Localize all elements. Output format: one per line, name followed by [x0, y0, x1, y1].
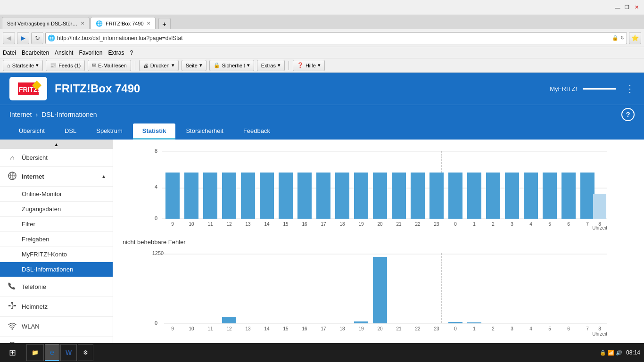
svg-rect-39: [354, 173, 368, 219]
breadcrumb-parent-link[interactable]: Internet: [9, 111, 32, 118]
toolbar-bar: ⌂ Startseite ▾ 📰 Feeds (1) ✉ E-Mail lese…: [0, 58, 644, 73]
svg-rect-51: [580, 173, 594, 219]
start-button[interactable]: ⊞: [4, 344, 21, 361]
sidebar-item-dsl-informationen-label: DSL-Informationen: [22, 266, 73, 273]
svg-rect-86: [467, 322, 481, 323]
startseite-chevron: ▾: [36, 62, 39, 68]
minimize-button[interactable]: —: [614, 4, 621, 11]
tab-spektrum[interactable]: Spektrum: [87, 123, 132, 140]
breadcrumb-items: Internet › DSL-Informationen: [9, 111, 97, 118]
svg-text:18: 18: [339, 326, 345, 331]
sidebar-item-myfritz-konto[interactable]: MyFRITZ!-Konto: [0, 247, 113, 262]
sidebar-item-freigaben-label: Freigaben: [22, 236, 50, 243]
sidebar-scroll-up[interactable]: ▲: [0, 140, 113, 149]
seite-chevron: ▾: [199, 62, 202, 68]
sidebar-item-zugangsdaten[interactable]: Zugangsdaten: [0, 202, 113, 217]
menu-help[interactable]: ?: [130, 49, 133, 56]
tab-dsl[interactable]: DSL: [55, 123, 86, 140]
browser-tab-2-close[interactable]: ✕: [147, 21, 150, 26]
sidebar-item-internet[interactable]: Internet ▴: [0, 167, 113, 187]
sidebar-item-wlan-label: WLAN: [22, 323, 40, 330]
tab-statistik[interactable]: Statistik: [133, 123, 176, 140]
startseite-button[interactable]: ⌂ Startseite ▾: [3, 60, 43, 71]
address-security-icon: 🔒: [612, 35, 619, 41]
myfritz-link[interactable]: MyFRITZ!: [550, 85, 577, 92]
taskbar-app-settings[interactable]: ⚙: [78, 344, 93, 361]
restore-button[interactable]: ❐: [623, 4, 631, 11]
sidebar-item-heimnetz[interactable]: Heimnetz: [0, 297, 113, 317]
sidebar-item-freigaben[interactable]: Freigaben: [0, 232, 113, 247]
feeds-button[interactable]: 📰 Feeds (1): [46, 60, 85, 71]
word-icon: W: [66, 349, 72, 356]
svg-text:2: 2: [492, 326, 495, 331]
app-container: FRITZ! FRITZ!Box 7490 MyFRITZ! ⋮ Interne…: [0, 73, 644, 362]
phone-icon: [8, 282, 17, 292]
svg-text:0: 0: [155, 320, 157, 326]
taskbar: ⊞ 📁 e W ⚙ 🔒 📶 🔊 08:14: [0, 343, 644, 362]
svg-rect-34: [260, 173, 274, 219]
extras-tb-button[interactable]: Extras ▾: [257, 60, 285, 71]
drucken-label: Drucken: [150, 63, 170, 68]
svg-text:6: 6: [567, 326, 570, 331]
sidebar-item-dsl-informationen[interactable]: DSL-Informationen: [0, 262, 113, 277]
menu-favoriten[interactable]: Favoriten: [79, 49, 102, 56]
svg-text:5: 5: [548, 222, 551, 227]
menu-ansicht[interactable]: Ansicht: [55, 49, 73, 56]
svg-text:16: 16: [302, 326, 307, 331]
print-icon: 🖨: [143, 63, 149, 68]
taskbar-app-ie[interactable]: e: [45, 344, 59, 361]
svg-text:4: 4: [529, 326, 532, 331]
svg-text:Uhrzeit: Uhrzeit: [592, 331, 607, 337]
sicherheit-button[interactable]: 🔒 Sicherheit ▾: [209, 60, 254, 71]
svg-rect-41: [392, 173, 406, 219]
forward-button[interactable]: ▶: [17, 32, 29, 44]
svg-text:23: 23: [434, 326, 439, 331]
search-button[interactable]: ⭐: [629, 32, 641, 44]
taskbar-app-explorer[interactable]: 📁: [26, 344, 44, 361]
menu-bearbeiten[interactable]: Bearbeiten: [22, 49, 49, 56]
extras-tb-chevron: ▾: [278, 62, 281, 68]
taskbar-app-word[interactable]: W: [60, 344, 77, 361]
sidebar-item-uebersicht-label: Übersicht: [22, 154, 48, 161]
svg-rect-48: [524, 173, 538, 219]
close-button[interactable]: ✕: [633, 4, 640, 11]
tab-stoersicherheit[interactable]: Störsicherheit: [176, 123, 232, 140]
svg-text:11: 11: [207, 326, 213, 331]
internet-icon: [8, 172, 17, 181]
svg-text:10: 10: [189, 222, 194, 227]
svg-rect-50: [561, 173, 576, 219]
help-button[interactable]: ?: [621, 108, 635, 121]
sidebar-item-myfritz-konto-label: MyFRITZ!-Konto: [22, 251, 67, 258]
hilfe-button[interactable]: ❓ Hilfe ▾: [293, 60, 325, 71]
browser-tab-2[interactable]: 🌐 FRITZ!Box 7490 ✕: [91, 17, 156, 29]
seite-button[interactable]: Seite ▾: [182, 60, 206, 71]
svg-text:14: 14: [264, 222, 270, 227]
email-button[interactable]: ✉ E-Mail lesen: [88, 60, 131, 71]
sidebar-item-online-monitor[interactable]: Online-Monitor: [0, 187, 113, 202]
browser-tab-1[interactable]: Seit Vertragsbegin DSL-Störun... ✕: [2, 17, 90, 29]
back-button[interactable]: ◀: [3, 32, 15, 44]
browser-tab-2-icon: 🌐: [96, 20, 103, 27]
header-menu-icon[interactable]: ⋮: [625, 83, 635, 94]
tab-feedback[interactable]: Feedback: [234, 123, 280, 140]
sidebar-item-telefonie[interactable]: Telefonie: [0, 277, 113, 297]
svg-text:Uhrzeit: Uhrzeit: [592, 225, 607, 230]
svg-text:13: 13: [245, 222, 251, 227]
chart1-container: 8 4 0: [123, 147, 635, 231]
menu-datei[interactable]: Datei: [3, 49, 16, 56]
menu-extras[interactable]: Extras: [108, 49, 124, 56]
new-tab-button[interactable]: +: [158, 18, 171, 29]
svg-rect-85: [373, 257, 387, 323]
sidebar-item-filter[interactable]: Filter: [0, 217, 113, 232]
browser-tab-1-close[interactable]: ✕: [81, 21, 84, 26]
sidebar-item-uebersicht[interactable]: ⌂ Übersicht: [0, 149, 113, 167]
svg-text:9: 9: [171, 326, 174, 331]
svg-rect-42: [411, 173, 425, 219]
tab-uebersicht[interactable]: Übersicht: [9, 123, 54, 140]
sidebar-item-zugangsdaten-label: Zugangsdaten: [22, 206, 61, 213]
svg-text:2: 2: [492, 222, 495, 227]
address-input[interactable]: [57, 35, 610, 41]
reload-button[interactable]: ↻: [31, 32, 43, 44]
drucken-button[interactable]: 🖨 Drucken ▾: [139, 60, 179, 71]
sidebar-item-wlan[interactable]: WLAN: [0, 317, 113, 337]
